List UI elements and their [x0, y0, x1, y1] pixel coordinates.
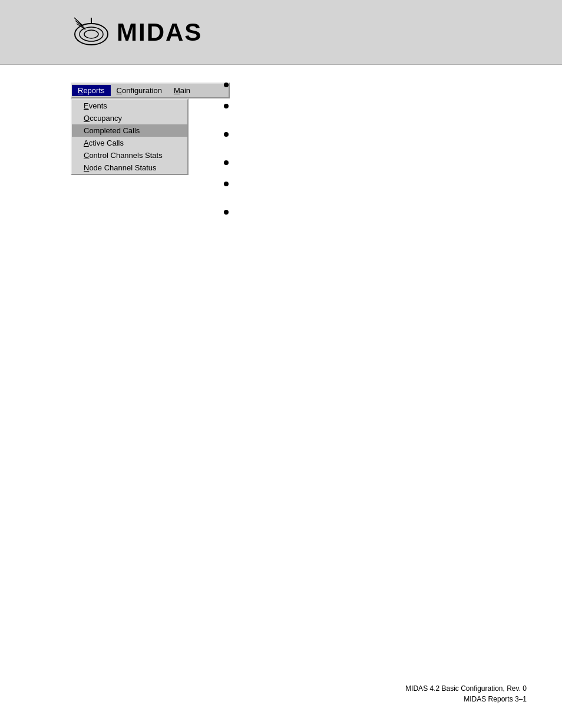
bullet-dot-3	[224, 132, 229, 137]
bullet-dot-6	[224, 210, 229, 215]
menu-item-configuration[interactable]: Configuration	[111, 85, 168, 96]
footer-line1: MIDAS 4.2 Basic Configuration, Rev. 0	[405, 683, 527, 694]
bullets-container	[224, 83, 229, 231]
bullet-1	[224, 83, 229, 87]
page-header: MIDAS	[0, 0, 562, 65]
dropdown-item-control-channels[interactable]: Control Channels Stats	[72, 149, 187, 162]
bullet-dot-2	[224, 104, 229, 108]
bullet-5	[224, 182, 229, 186]
logo-text: MIDAS	[117, 18, 202, 47]
bullet-dot-4	[224, 160, 229, 165]
dropdown-item-occupancy[interactable]: Occupancy	[72, 112, 187, 124]
svg-point-2	[84, 30, 98, 38]
bullet-dot-5	[224, 182, 229, 186]
bullet-6	[224, 210, 229, 215]
menu-dropdown-container: Reports Configuration Main Events Occupa…	[71, 83, 230, 175]
dropdown-item-events[interactable]: Events	[72, 100, 187, 112]
bullet-dot-1	[224, 83, 229, 87]
footer: MIDAS 4.2 Basic Configuration, Rev. 0 MI…	[405, 683, 527, 704]
dropdown-menu: Events Occupancy Completed Calls Active …	[71, 98, 189, 175]
menu-bar: Reports Configuration Main	[71, 83, 230, 98]
bullet-4	[224, 160, 229, 165]
main-content: Reports Configuration Main Events Occupa…	[0, 65, 562, 193]
bullet-2	[224, 104, 229, 108]
dropdown-item-completed-calls[interactable]: Completed Calls	[72, 124, 187, 137]
bullet-3	[224, 132, 229, 137]
dropdown-item-node-channel[interactable]: Node Channel Status	[72, 162, 187, 174]
dropdown-item-active-calls[interactable]: Active Calls	[72, 137, 187, 149]
logo-icon	[71, 12, 112, 53]
menu-item-main[interactable]: Main	[168, 85, 196, 96]
menu-item-reports[interactable]: Reports	[72, 85, 111, 96]
footer-line2: MIDAS Reports 3–1	[405, 694, 527, 704]
svg-point-1	[80, 27, 103, 41]
logo: MIDAS	[71, 12, 202, 53]
